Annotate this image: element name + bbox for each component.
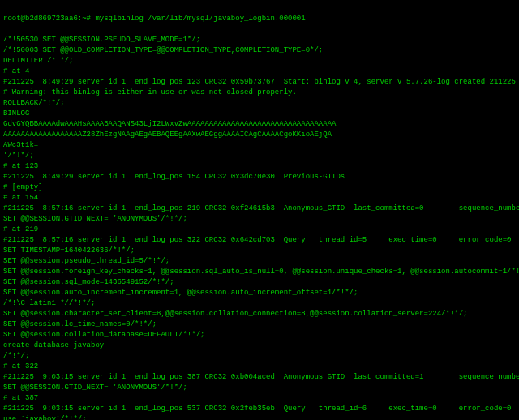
log-line: #211225 9:03:15 server id 1 end_log_pos … [3, 372, 516, 383]
log-line: /*!50530 SET @@SESSION.PSEUDO_SLAVE_MODE… [3, 35, 516, 45]
log-line: #211225 8:57:16 server id 1 end_log_pos … [3, 204, 516, 214]
log-line: DELIMITER /*!*/; [3, 56, 516, 66]
log-line: /*!\C latin1 *//*!*/; [3, 298, 516, 309]
log-line: AAAAAAAAAAAAAAAAAAZ28ZhEzgNAAgAEgAEBAQEE… [3, 130, 516, 140]
shell-prompt-line: root@b2d869723aa6:~# mysqlbinlog /var/li… [3, 14, 516, 24]
log-line: #211225 9:03:15 server id 1 end_log_pos … [3, 404, 516, 414]
log-line: /*!50003 SET @@OLD_COMPLETION_TYPE=@@COM… [3, 45, 516, 56]
log-line: ROLLBACK/*!*/; [3, 98, 516, 109]
terminal-output[interactable]: root@b2d869723aa6:~# mysqlbinlog /var/li… [0, 0, 519, 420]
log-line: SET @@session.pseudo_thread_id=5/*!*/; [3, 256, 516, 267]
log-line: # at 219 [3, 225, 516, 235]
log-line: SET @@session.auto_increment_increment=1… [3, 288, 516, 298]
log-line: # at 123 [3, 161, 516, 172]
log-line: SET @@session.sql_mode=1436549152/*!*/; [3, 277, 516, 288]
log-line: BINLOG ' [3, 109, 516, 119]
log-line: #211225 8:57:16 server id 1 end_log_pos … [3, 235, 516, 246]
log-line: # at 387 [3, 393, 516, 404]
log-line: #211225 8:49:29 server id 1 end_log_pos … [3, 77, 516, 88]
log-line: # Warning: this binlog is either in use … [3, 88, 516, 98]
log-line: GdvGYQBBAAAAdwAAAHsAAAABAAQANS43LjI2LWxv… [3, 119, 516, 130]
log-line: SET TIMESTAMP=1640422636/*!*/; [3, 246, 516, 256]
log-line: # [empty] [3, 182, 516, 193]
log-line: use `javaboy`/*!*/; [3, 414, 516, 420]
log-line: SET @@SESSION.GTID_NEXT= 'ANONYMOUS'/*!*… [3, 214, 516, 225]
log-line: create database javaboy [3, 341, 516, 351]
log-line: #211225 8:49:29 server id 1 end_log_pos … [3, 172, 516, 182]
log-line: /*!*/; [3, 351, 516, 362]
log-line: AWc3t1k= [3, 140, 516, 151]
log-line: SET @@SESSION.GTID_NEXT= 'ANONYMOUS'/*!*… [3, 383, 516, 393]
log-line: SET @@session.foreign_key_checks=1, @@se… [3, 267, 516, 277]
log-line: # at 154 [3, 193, 516, 204]
log-line: # at 4 [3, 66, 516, 77]
log-line: SET @@session.lc_time_names=0/*!*/; [3, 319, 516, 330]
log-line: SET @@session.character_set_client=8,@@s… [3, 309, 516, 319]
log-line: SET @@session.collation_database=DEFAULT… [3, 330, 516, 341]
log-line: # at 322 [3, 362, 516, 372]
log-line: '/*!*/; [3, 151, 516, 161]
